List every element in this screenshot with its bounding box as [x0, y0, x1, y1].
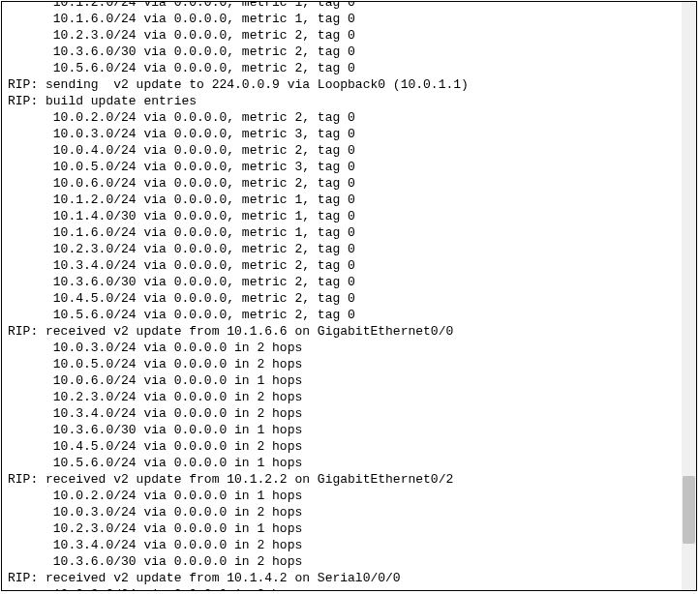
terminal-viewport: 10.1.2.0/24 via 0.0.0.0, metric 1, tag 0…	[2, 2, 682, 590]
scrollbar-track[interactable]	[682, 2, 696, 590]
terminal-output: 10.1.2.0/24 via 0.0.0.0, metric 1, tag 0…	[8, 2, 682, 590]
scrollbar-thumb[interactable]	[683, 476, 695, 544]
terminal-frame: 10.1.2.0/24 via 0.0.0.0, metric 1, tag 0…	[1, 1, 697, 591]
